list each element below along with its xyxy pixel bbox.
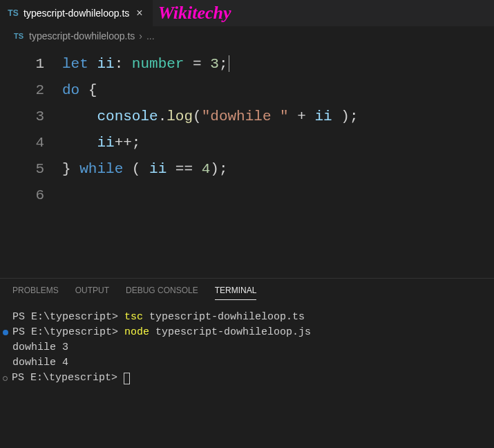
tab-problems[interactable]: PROBLEMS: [12, 286, 59, 300]
editor-cursor: [229, 55, 229, 72]
code-editor[interactable]: 1let ii: number = 3;2do {3 console.log("…: [0, 46, 494, 223]
panel-tabs: PROBLEMS OUTPUT DEBUG CONSOLE TERMINAL: [0, 279, 494, 300]
breadcrumb-file: typescript-dowhileloop.ts: [29, 30, 135, 41]
close-icon[interactable]: ×: [133, 7, 145, 19]
tab-terminal[interactable]: TERMINAL: [215, 286, 257, 300]
watermark-text: Wikitechy: [158, 3, 231, 24]
code-line[interactable]: 2do {: [0, 77, 494, 104]
code-line[interactable]: 3 console.log("dowhile " + ii );: [0, 104, 494, 130]
tab-output[interactable]: OUTPUT: [75, 286, 109, 300]
terminal-line: PS E:\typescript> node typescript-dowhil…: [12, 325, 482, 340]
line-number: 2: [0, 77, 62, 104]
code-content[interactable]: do {: [62, 77, 97, 104]
tab-filename: typescript-dowhileloop.ts: [23, 8, 129, 19]
editor-spacer: [0, 223, 494, 278]
line-marker-icon: [3, 330, 8, 335]
code-content[interactable]: let ii: number = 3;: [62, 51, 229, 77]
line-number: 4: [0, 130, 62, 156]
terminal-line: dowhile 4: [12, 355, 482, 371]
tab-debug-console[interactable]: DEBUG CONSOLE: [126, 286, 198, 300]
terminal-cursor: [124, 373, 130, 384]
code-line[interactable]: 1let ii: number = 3;: [0, 51, 494, 77]
breadcrumb-more: ...: [146, 30, 155, 41]
typescript-icon: TS: [7, 8, 19, 18]
typescript-icon: TS: [12, 32, 25, 40]
terminal-output[interactable]: PS E:\typescript> tsc typescript-dowhile…: [0, 300, 494, 395]
bottom-panel: PROBLEMS OUTPUT DEBUG CONSOLE TERMINAL P…: [0, 278, 494, 395]
tab-bar: TS typescript-dowhileloop.ts × Wikitechy: [0, 0, 494, 26]
terminal-line: PS E:\typescript> tsc typescript-dowhile…: [12, 310, 482, 325]
line-number: 6: [0, 183, 62, 209]
line-number: 3: [0, 104, 62, 130]
code-line[interactable]: 5} while ( ii == 4);: [0, 156, 494, 183]
breadcrumb[interactable]: TS typescript-dowhileloop.ts › ...: [0, 26, 494, 46]
chevron-right-icon: ›: [139, 30, 142, 41]
file-tab[interactable]: TS typescript-dowhileloop.ts ×: [0, 0, 153, 26]
terminal-line: dowhile 3: [12, 340, 482, 355]
terminal-line: PS E:\typescript>: [12, 371, 482, 386]
code-line[interactable]: 4 ii++;: [0, 130, 494, 156]
code-content[interactable]: ii++;: [62, 130, 140, 156]
code-content[interactable]: } while ( ii == 4);: [62, 156, 228, 183]
code-line[interactable]: 6: [0, 183, 494, 209]
line-marker-icon: [3, 376, 8, 381]
code-content[interactable]: console.log("dowhile " + ii );: [62, 104, 359, 130]
line-number: 1: [0, 51, 62, 77]
line-number: 5: [0, 156, 62, 183]
